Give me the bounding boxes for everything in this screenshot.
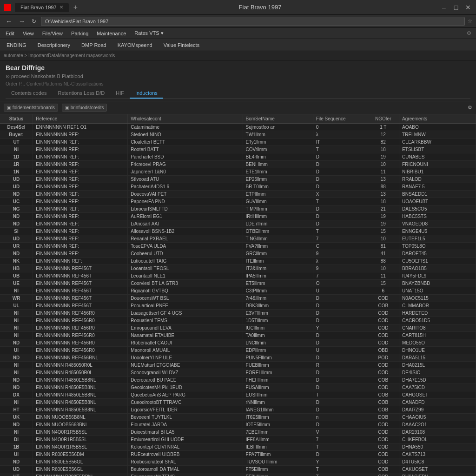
minimize-button[interactable]: –	[440, 3, 448, 12]
table-row[interactable]: NDEINNNNNNNN REF:LiAnosarI AATLDE rllmmD…	[0, 220, 476, 228]
table-row[interactable]: UIEINNN R800E5B56DMRUEceutroveiI UIOBEBF…	[0, 451, 476, 458]
table-row[interactable]: Des4SelENNNNNNNN REF1 O1CataminatimeSujm…	[0, 124, 476, 131]
table-row[interactable]: NDEINNNNNNN R4850E5B8NLDeerooarotI BU PA…	[0, 377, 476, 384]
table-row[interactable]: UTEINNNNNNN R800E5BPNLEnluroontaoblt TEM…	[0, 473, 476, 476]
table-row[interactable]: UCEINNNNNNNN REF:PaponerFA PNDGUVlllmmT1…	[0, 198, 476, 205]
menu-view[interactable]: View	[19, 29, 38, 38]
table-row[interactable]: NKEINNNNNNNNN REF:LutioouutelI TAIGITEll…	[0, 258, 476, 265]
tab-inductons[interactable]: Inductons	[130, 88, 163, 99]
table-cell: IEBI lllmm	[243, 443, 313, 451]
menu-maintenance[interactable]: Maintenance	[93, 29, 130, 38]
table-row[interactable]: UDEINNNNNNNN REF:RenariaI PXRAELT NGlllm…	[0, 235, 476, 243]
toolbar-btn-1[interactable]: ▣ foldementstorboards	[4, 104, 58, 112]
table-row[interactable]: DXEINNNNNNN R4850E5B8NLQuoebetioAnS AEI°…	[0, 391, 476, 399]
table-row[interactable]: NIEINNNNNNNNN REF456TRigoanotI GVTBQC3tP…	[0, 287, 476, 295]
table-row[interactable]: 1NEINNNNNNNN REF:JapnoreerI 1&N0ETE1llmm…	[0, 168, 476, 176]
table-cell: IT6E5lllmm	[243, 414, 313, 421]
table-row[interactable]: NIEINNNNNNNNN REF456R0EmropuoandI LEVAIU…	[0, 324, 476, 332]
table-row[interactable]: HBEINNNNNNNNN REF456TLooantaolI TEOSLIT2…	[0, 265, 476, 272]
address-bar: ← → ↻ ☆	[0, 15, 476, 28]
table-row[interactable]: NIEINNNNNNN R485050R0LNUEMutturI ETGOIAB…	[0, 362, 476, 369]
forward-button[interactable]: →	[17, 17, 27, 26]
menu-fileview[interactable]: File/View	[39, 29, 66, 38]
tab-close-icon[interactable]: ✕	[60, 5, 63, 10]
table-cell: EINNNNNNNNN REF456T	[33, 265, 128, 272]
address-input[interactable]	[41, 17, 465, 26]
toolbar-descriptionery[interactable]: Descriptionery	[35, 41, 73, 49]
table-row[interactable]: UDEINNN R800E5B56GLBeutoroamolI DA TMALF…	[0, 466, 476, 473]
menu-settings-icon[interactable]: ⚙	[464, 29, 474, 37]
address-star-icon[interactable]: ☆	[468, 18, 472, 24]
table-cell: NUEMutturI ETGOIABE	[128, 362, 243, 369]
table-cell: PUN5Flllmm	[243, 354, 313, 362]
menu-edit[interactable]: Edit	[2, 29, 18, 38]
table-row[interactable]: NDEINNNNNNNN REF:DoucovaVAI PETETPlllmmX…	[0, 191, 476, 198]
table-row[interactable]: NIEINNNNNNN R4850E5B8NLCueoolrootoBT TTR…	[0, 399, 476, 406]
table-row[interactable]: ULEINNNNNNNNN REF456TPoouartioaI PNFEDBK…	[0, 302, 476, 310]
table-cell: N0AOC5115	[399, 295, 476, 302]
table-row[interactable]: UTEINNNNNNNN REF:CloaletterI BETTETy1llm…	[0, 139, 476, 146]
table-row[interactable]: HTEINNNNNNN R4850E5B8NLLigoorsioVFEITL I…	[0, 406, 476, 414]
table-row[interactable]: Buyer:EINNNNNNNN REF:StedoerI NINOTW1llm…	[0, 131, 476, 139]
table-row[interactable]: NIEINNNNNNNNN REF456R0NanamataI ETAUIBET…	[0, 332, 476, 339]
tab-contents-codes[interactable]: Contents codes	[6, 88, 52, 99]
table-cell: SoooovgranolI WI DVZ	[128, 369, 243, 377]
table-cell: COD	[367, 339, 399, 347]
table-row[interactable]: UEEINNNNNNNNN REF456TCoorviesI BT LA GTR…	[0, 280, 476, 287]
table-row[interactable]: 1REINNNNNNNN REF:FricreoevI PRAGBENI llm…	[0, 161, 476, 168]
table-row[interactable]: NGEINNNNNNNN REF:LibroeurISMLFTDT M?lllm…	[0, 205, 476, 213]
table-cell: D	[313, 377, 367, 384]
table-row[interactable]: NDEINNNNNNNN REF:Coobeerul UTDGRClllmm94…	[0, 250, 476, 258]
table-row[interactable]: NDEINNNNNNNN REF:AuRElorsI EG1IRtlHlllmm…	[0, 213, 476, 220]
table-cell: PancharleI BSD	[128, 153, 243, 161]
maximize-button[interactable]: □	[452, 3, 460, 12]
table-row[interactable]: UKEINNN NUOOB56B8NLBevoeenI TUYTLKLIT6E5…	[0, 414, 476, 421]
table-row[interactable]: UREINNNNNNNN REF:ToseEPVA ULDAFVA?lllmmC…	[0, 243, 476, 250]
toolbar-ending[interactable]: ENDING	[4, 41, 29, 49]
reload-button[interactable]: ↻	[30, 17, 38, 26]
toolbar-dmp-road[interactable]: DMP Road	[79, 41, 109, 49]
col-header-wholesalecont: Wholesalecont	[128, 114, 243, 124]
table-row[interactable]: NIEINNNNNNNN REF:RooterI BATTCOVrllmmT18…	[0, 146, 476, 153]
table-row[interactable]: NDEINNNNNNNNN REF456R0RtoberoatleI CAOUI…	[0, 339, 476, 347]
toolbar-kayom[interactable]: KAYOMspeend	[115, 41, 155, 49]
table-cell: D	[313, 213, 367, 220]
menu-parking[interactable]: Parking	[67, 29, 92, 38]
table-cell: D	[313, 205, 367, 213]
table-row[interactable]: UDEINNNNNNNN REF:StIvooatI ATUEP25llmmD1…	[0, 176, 476, 183]
table-container[interactable]: Status Reference Wholesalecont BomSetNam…	[0, 114, 476, 476]
toolbar-value[interactable]: Value Fintelects	[161, 41, 202, 49]
tab-hif[interactable]: HIF	[110, 88, 130, 99]
back-button[interactable]: ←	[4, 17, 14, 26]
table-cell: COB	[367, 399, 399, 406]
table-cell: TRELMNW	[399, 131, 476, 139]
table-row[interactable]: NIEINNNNNNNNN REF456R0RoouatienI TEMS1D5…	[0, 317, 476, 324]
settings-icon[interactable]: ⚙	[468, 105, 472, 111]
table-row[interactable]: NIEINNNNNNNNN REF456R0LuasagettserI GF 4…	[0, 310, 476, 317]
col-header-bomsetname: BomSetName	[243, 114, 313, 124]
table-row[interactable]: NIEINNN N4O0R1R5B5SLDuioestimarsI BI LA5…	[0, 429, 476, 436]
table-row[interactable]: 1DEINNNNNNNN REF:PancharleI BSDBE4rllmmD…	[0, 153, 476, 161]
browser-tab[interactable]: Fiat Bravo 1997 ✕	[15, 3, 69, 12]
new-tab-icon[interactable]: +	[71, 3, 80, 12]
table-row[interactable]: NDEINNNNNNN R4850E5B8NLGeooicotesM4 Pki …	[0, 384, 476, 391]
close-button[interactable]: ✕	[464, 3, 472, 12]
table-row[interactable]: NDEINNN R800E5B56GLRoobosionateoI SFALTU…	[0, 458, 476, 466]
table-row[interactable]: UBEINNNNNNNNN REF456TLeoantaolI NLE1IPA5…	[0, 272, 476, 280]
table-cell: StedoerI NINO	[128, 131, 243, 139]
table-row[interactable]: WREINNNNNNNNN REF456TDouocensWT BSL7r4&l…	[0, 295, 476, 302]
table-cell: EINNN NUOOB56B8NL	[33, 414, 128, 421]
table-row[interactable]: UIEINNNNNNNNN REF456R0MaonoroiI AMUAILED…	[0, 347, 476, 354]
menu-rates[interactable]: Rates VTS ▾	[131, 29, 167, 38]
table-row[interactable]: DIEINNN N4O0R1R5B5SLEmiumeartiroI GHI UO…	[0, 436, 476, 443]
toolbar-btn-2[interactable]: ▣ brinfuodstorerits	[62, 104, 107, 112]
table-cell: RenariaI PXRAEL	[128, 235, 243, 243]
tab-retentions[interactable]: Retentions Loss D/D	[52, 88, 110, 99]
table-row[interactable]: 1BEINNN N4O0R1R5B5SLKoloontepI CLIVI NRA…	[0, 443, 476, 451]
table-cell: Sujmostfoo an	[243, 124, 313, 131]
table-row[interactable]: NDEINNNNNNNNN REF456RNLUooolnerYI NP ULE…	[0, 354, 476, 362]
table-row[interactable]: SIEINNNNNNNN REF:AllosavolI BSNS-1B2OTBE…	[0, 228, 476, 235]
table-row[interactable]: NDEINNN NUOOB5668BNLFiourtateI JARDAIOTE…	[0, 421, 476, 429]
table-row[interactable]: NIEINNNNNNN R485050R0LSoooovgranolI WI D…	[0, 369, 476, 377]
table-row[interactable]: UDEINNNNNNNN REF:PachaterIA4DS1 6BR T0ll…	[0, 183, 476, 191]
